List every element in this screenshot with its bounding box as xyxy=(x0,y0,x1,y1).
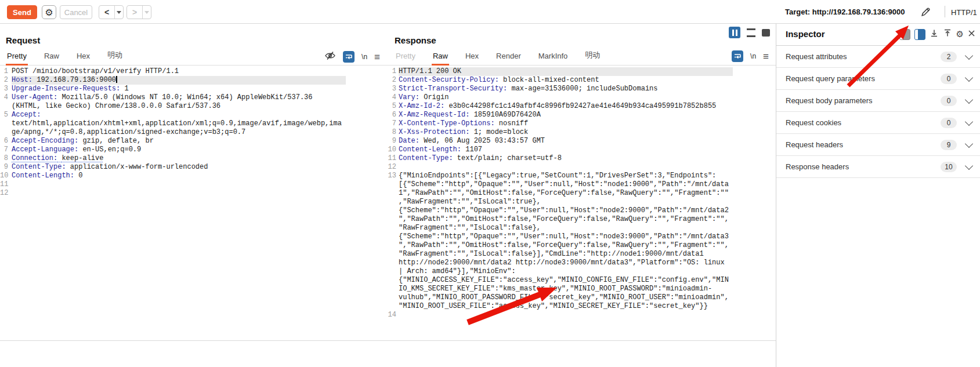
request-line-3[interactable]: 3Upgrade-Insecure-Requests: 1 xyxy=(0,85,387,93)
side-by-side-layout-button[interactable] xyxy=(729,27,740,38)
chevron-down-icon xyxy=(117,11,121,14)
response-line-10[interactable]: 10Content-Length: 1107 xyxy=(387,146,776,154)
response-line-8[interactable]: 8X-Xss-Protection: 1; mode=block xyxy=(387,128,776,137)
chevron-down-icon[interactable] xyxy=(965,117,973,125)
dock-left-icon[interactable] xyxy=(899,29,910,40)
http-version-selector[interactable]: HTTP/1 xyxy=(951,8,977,17)
request-line-12[interactable]: 12 xyxy=(0,189,387,198)
request-editor-toolbar: \n ≡ xyxy=(324,50,380,63)
response-line-7[interactable]: 7X-Content-Type-Options: nosniff xyxy=(387,119,776,128)
chevron-down-icon[interactable] xyxy=(965,139,973,147)
inspector-section-label: Request attributes xyxy=(786,52,941,61)
editor-menu-button[interactable]: ≡ xyxy=(374,52,380,62)
line-number: 7 xyxy=(387,119,396,128)
request-tab-pretty[interactable]: Pretty xyxy=(6,49,28,66)
request-line-7[interactable]: 7Accept-Language: en-US,en;q=0.9 xyxy=(0,146,387,154)
request-tab-raw[interactable]: Raw xyxy=(43,49,60,66)
request-line-11[interactable]: 11 xyxy=(0,180,387,189)
request-line-1[interactable]: 1POST /minio/bootstrap/v1/verify HTTP/1.… xyxy=(0,67,387,76)
response-tab-pretty[interactable]: Pretty xyxy=(395,49,417,66)
chevron-down-icon[interactable] xyxy=(965,161,973,169)
inspector-close-button[interactable] xyxy=(968,29,975,39)
inspector-section-response-headers[interactable]: Response headers10 xyxy=(776,156,980,178)
line-number: 12 xyxy=(387,163,396,172)
word-wrap-toggle[interactable] xyxy=(732,50,743,62)
response-line-14[interactable]: 14 xyxy=(387,311,776,319)
response-line-9[interactable]: 9Date: Wed, 06 Aug 2025 03:43:57 GMT xyxy=(387,137,776,146)
text-cursor xyxy=(116,76,117,83)
back-arrow-icon[interactable]: < xyxy=(99,6,114,19)
count-badge: 2 xyxy=(941,52,957,62)
line-number: 4 xyxy=(0,93,8,111)
response-line-6[interactable]: 6X-Amz-Request-Id: 185910A69D76420A xyxy=(387,111,776,119)
response-editor[interactable]: 1HTTP/1.1 200 OK2Content-Security-Policy… xyxy=(387,66,776,342)
line-number: 10 xyxy=(0,172,8,180)
request-tab-hex[interactable]: Hex xyxy=(75,49,91,66)
count-badge: 10 xyxy=(941,162,957,172)
response-tab-明动[interactable]: 明动 xyxy=(584,48,601,66)
response-tab-hex[interactable]: Hex xyxy=(464,49,480,66)
request-tab-明动[interactable]: 明动 xyxy=(106,48,124,66)
response-line-2[interactable]: 2Content-Security-Policy: block-all-mixe… xyxy=(387,76,776,85)
back-dropdown-button[interactable] xyxy=(114,6,123,19)
inspector-section-request-query-parameters[interactable]: Request query parameters0 xyxy=(776,68,980,90)
response-line-12[interactable]: 12 xyxy=(387,163,776,172)
request-line-2[interactable]: 2Host: 192.168.79.136:9000 xyxy=(0,76,387,85)
editor-menu-button[interactable]: ≡ xyxy=(763,52,769,61)
response-line-8-content: X-Xss-Protection: 1; mode=block xyxy=(399,128,733,137)
response-line-4-content: Vary: Origin xyxy=(399,93,733,102)
repeater-toolbar: Send ⚙ Cancel < > Target: http://192.168… xyxy=(0,0,980,24)
word-wrap-toggle[interactable] xyxy=(343,51,355,63)
count-badge: 0 xyxy=(941,118,957,128)
line-number: 2 xyxy=(0,76,8,85)
request-line-4[interactable]: 4User-Agent: Mozilla/5.0 (Windows NT 10.… xyxy=(0,93,387,111)
request-line-8-content: Connection: keep-alive xyxy=(12,154,346,163)
request-line-10[interactable]: 10Content-Length: 0 xyxy=(0,172,387,180)
response-line-13[interactable]: 13{"MinioEndpoints":[{"Legacy":true,"Set… xyxy=(387,172,776,311)
response-line-1-content: HTTP/1.1 200 OK xyxy=(399,67,733,76)
response-tab-raw[interactable]: Raw xyxy=(432,49,449,66)
collapse-all-button[interactable] xyxy=(943,28,952,40)
request-line-8[interactable]: 8Connection: keep-alive xyxy=(0,154,387,163)
inspector-section-request-body-parameters[interactable]: Request body parameters0 xyxy=(776,90,980,112)
chevron-down-icon[interactable] xyxy=(965,51,973,59)
inspector-section-request-cookies[interactable]: Request cookies0 xyxy=(776,112,980,134)
history-back-button[interactable]: < xyxy=(99,5,124,19)
request-line-6[interactable]: 6Accept-Encoding: gzip, deflate, br xyxy=(0,137,387,146)
hide-nonprintable-button[interactable] xyxy=(324,50,336,63)
edit-target-button[interactable] xyxy=(918,5,932,19)
inspector-settings-button[interactable]: ⚙ xyxy=(956,29,964,39)
response-line-5[interactable]: 5X-Amz-Id-2: e3b0c44298fc1c149afbf4c8996… xyxy=(387,102,776,111)
show-newlines-toggle[interactable]: \n xyxy=(750,52,756,60)
response-tab-render[interactable]: Render xyxy=(495,49,522,66)
chevron-down-icon[interactable] xyxy=(965,73,973,81)
close-icon xyxy=(968,30,975,37)
inspector-section-label: Request headers xyxy=(786,140,941,149)
show-newlines-toggle[interactable]: \n xyxy=(361,53,367,61)
response-line-1[interactable]: 1HTTP/1.1 200 OK xyxy=(387,67,776,76)
response-line-3[interactable]: 3Strict-Transport-Security: max-age=3153… xyxy=(387,85,776,93)
response-line-13-content: {"MinioEndpoints":[{"Legacy":true,"SetCo… xyxy=(399,172,733,311)
response-line-11[interactable]: 11Content-Type: text/plain; charset=utf-… xyxy=(387,154,776,163)
request-line-5[interactable]: 5Accept:text/html,application/xhtml+xml,… xyxy=(0,111,387,137)
cancel-button[interactable]: Cancel xyxy=(60,5,92,19)
inspector-section-request-attributes[interactable]: Request attributes2 xyxy=(776,46,980,68)
response-tab-markinfo[interactable]: MarkInfo xyxy=(537,49,569,66)
burp-repeater-screen: Send ⚙ Cancel < > Target: http://192.168… xyxy=(0,0,980,367)
send-button[interactable]: Send xyxy=(7,5,37,19)
inspector-section-label: Response headers xyxy=(786,162,941,171)
response-line-4[interactable]: 4Vary: Origin xyxy=(387,93,776,102)
single-view-layout-button[interactable] xyxy=(762,29,770,37)
send-settings-button[interactable]: ⚙ xyxy=(42,5,56,19)
request-line-9[interactable]: 9Content-Type: application/x-www-form-ur… xyxy=(0,163,387,172)
line-number: 13 xyxy=(387,172,396,311)
inspector-section-request-headers[interactable]: Request headers9 xyxy=(776,134,980,156)
dock-right-icon[interactable] xyxy=(914,29,925,40)
request-editor[interactable]: 1POST /minio/bootstrap/v1/verify HTTP/1.… xyxy=(0,66,387,342)
expand-all-icon xyxy=(930,28,939,38)
chevron-down-icon[interactable] xyxy=(965,95,973,103)
response-line-5-content: X-Amz-Id-2: e3b0c44298fc1c149afbf4c8996f… xyxy=(399,102,733,111)
stacked-layout-button[interactable] xyxy=(747,28,755,37)
expand-all-button[interactable] xyxy=(930,28,939,40)
history-forward-button[interactable]: > xyxy=(126,5,151,19)
